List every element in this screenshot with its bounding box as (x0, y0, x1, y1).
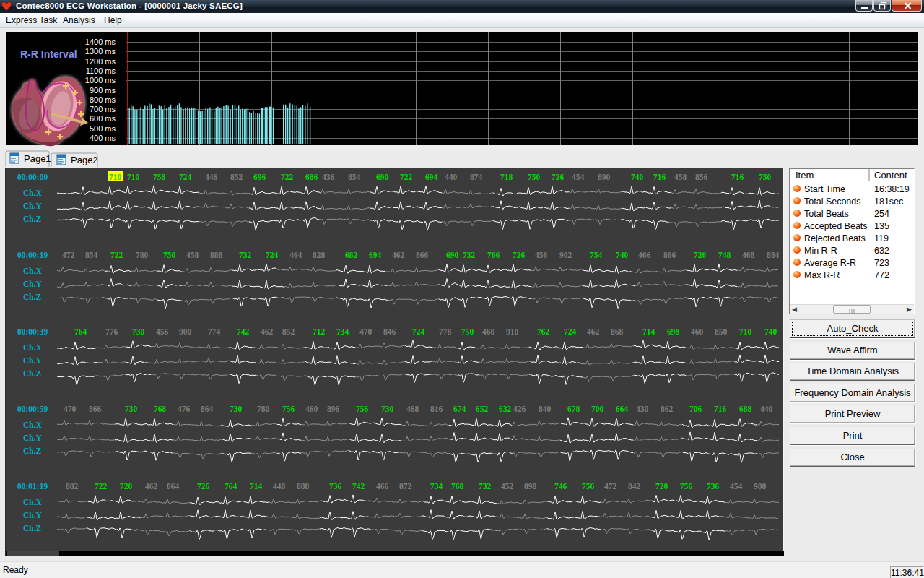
svg-text:00:00:59: 00:00:59 (17, 405, 48, 413)
svg-text:756: 756 (680, 482, 693, 491)
svg-text:1300 ms: 1300 ms (85, 47, 116, 56)
svg-text:460: 460 (691, 327, 704, 336)
svg-text:736: 736 (707, 482, 720, 491)
svg-text:710: 710 (739, 327, 752, 336)
svg-text:756: 756 (582, 482, 595, 491)
svg-text:734: 734 (430, 482, 443, 491)
svg-text:464: 464 (289, 251, 302, 259)
svg-text:472: 472 (62, 251, 75, 259)
svg-text:762: 762 (537, 327, 550, 336)
svg-text:750: 750 (461, 327, 474, 336)
svg-text:862: 862 (661, 405, 674, 413)
svg-text:456: 456 (535, 251, 548, 259)
svg-text:754: 754 (590, 251, 603, 259)
svg-text:718: 718 (500, 173, 513, 181)
svg-text:850: 850 (715, 327, 728, 336)
svg-text:816: 816 (430, 405, 443, 413)
svg-text:774: 774 (208, 327, 221, 336)
svg-text:910: 910 (506, 327, 519, 336)
svg-text:1000 ms: 1000 ms (85, 76, 116, 85)
svg-text:436: 436 (322, 173, 335, 181)
svg-text:866: 866 (416, 251, 429, 259)
svg-text:694: 694 (425, 173, 438, 181)
svg-text:852: 852 (230, 173, 243, 181)
svg-text:00:00:39: 00:00:39 (17, 327, 48, 336)
svg-text:780: 780 (136, 251, 149, 259)
svg-text:456: 456 (156, 327, 169, 336)
svg-text:722: 722 (281, 173, 294, 181)
svg-text:722: 722 (110, 251, 123, 259)
svg-text:00:01:19: 00:01:19 (17, 482, 48, 491)
svg-text:896: 896 (327, 405, 340, 413)
svg-text:400 ms: 400 ms (90, 134, 116, 142)
svg-text:452: 452 (501, 482, 514, 491)
svg-text:694: 694 (369, 251, 382, 259)
svg-text:Ch.X: Ch.X (23, 267, 43, 275)
svg-text:740: 740 (764, 327, 777, 336)
svg-text:454: 454 (572, 173, 585, 181)
svg-text:722: 722 (95, 482, 108, 491)
svg-text:700: 700 (591, 405, 604, 413)
svg-text:730: 730 (132, 327, 145, 336)
svg-text:688: 688 (739, 405, 752, 413)
svg-text:454: 454 (730, 482, 743, 491)
svg-text:756: 756 (356, 405, 369, 413)
svg-text:730: 730 (381, 405, 394, 413)
svg-text:742: 742 (352, 482, 365, 491)
svg-text:900 ms: 900 ms (90, 86, 116, 95)
svg-text:852: 852 (282, 327, 295, 336)
svg-text:Ch.Z: Ch.Z (23, 369, 42, 378)
svg-text:874: 874 (470, 173, 483, 181)
svg-text:884: 884 (767, 251, 780, 259)
svg-text:458: 458 (674, 173, 687, 181)
svg-text:800 ms: 800 ms (90, 95, 116, 104)
svg-text:902: 902 (559, 251, 572, 259)
svg-text:888: 888 (210, 251, 223, 259)
svg-text:758: 758 (153, 173, 166, 181)
svg-text:664: 664 (616, 405, 629, 413)
svg-text:726: 726 (197, 482, 210, 491)
svg-text:700 ms: 700 ms (90, 105, 116, 113)
svg-text:720: 720 (120, 482, 133, 491)
svg-text:710: 710 (127, 173, 140, 181)
svg-text:Ch.X: Ch.X (23, 498, 43, 506)
svg-text:846: 846 (383, 327, 396, 336)
svg-text:Page2: Page2 (71, 155, 98, 165)
svg-text:Ch.Z: Ch.Z (23, 293, 42, 301)
svg-text:730: 730 (230, 405, 243, 413)
svg-text:724: 724 (266, 251, 279, 259)
svg-text:780: 780 (257, 405, 270, 413)
svg-text:632: 632 (499, 405, 512, 413)
svg-text:722: 722 (400, 173, 413, 181)
svg-text:00:00:19: 00:00:19 (17, 251, 48, 259)
svg-text:864: 864 (167, 482, 180, 491)
svg-text:740: 740 (631, 173, 644, 181)
svg-text:460: 460 (305, 405, 318, 413)
svg-text:690: 690 (446, 251, 459, 259)
svg-text:856: 856 (695, 173, 708, 181)
svg-text:1100 ms: 1100 ms (86, 66, 116, 75)
svg-text:882: 882 (66, 482, 79, 491)
svg-text:740: 740 (616, 251, 629, 259)
svg-text:Ch.Y: Ch.Y (23, 280, 43, 288)
svg-text:706: 706 (689, 405, 702, 413)
svg-text:734: 734 (336, 327, 349, 336)
svg-text:468: 468 (406, 405, 419, 413)
svg-text:Ch.X: Ch.X (23, 343, 43, 352)
svg-text:828: 828 (313, 251, 326, 259)
svg-text:866: 866 (89, 405, 102, 413)
svg-text:500 ms: 500 ms (90, 124, 116, 133)
svg-text:1400 ms: 1400 ms (85, 38, 116, 46)
svg-text:600 ms: 600 ms (90, 114, 116, 123)
svg-text:732: 732 (239, 251, 252, 259)
svg-text:724: 724 (412, 327, 425, 336)
svg-text:732: 732 (463, 251, 476, 259)
svg-text:674: 674 (453, 405, 466, 413)
svg-text:476: 476 (178, 405, 191, 413)
svg-text:736: 736 (329, 482, 342, 491)
svg-text:696: 696 (253, 173, 266, 181)
svg-text:720: 720 (655, 482, 668, 491)
svg-text:468: 468 (742, 251, 755, 259)
svg-text:750: 750 (759, 173, 772, 181)
svg-text:748: 748 (718, 251, 731, 259)
